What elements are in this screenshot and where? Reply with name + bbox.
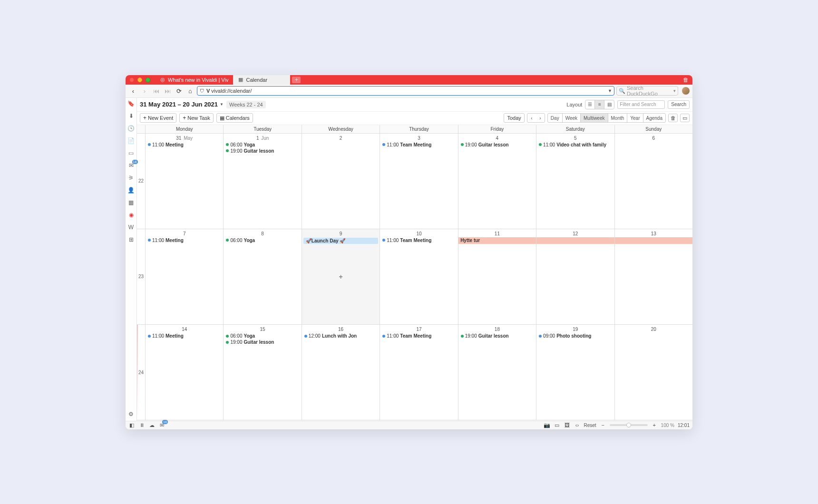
panel-toggle-icon[interactable]: ◧ bbox=[128, 422, 135, 428]
layout-minimal-button[interactable]: ☰ bbox=[585, 100, 595, 109]
day-cell[interactable]: 311:00 Team Meeting bbox=[380, 134, 458, 229]
calendar-event[interactable]: 11:00 Meeting bbox=[146, 237, 223, 243]
day-cell[interactable]: 806:00 Yoga bbox=[224, 229, 302, 325]
calendar-event[interactable]: 09:00 Photo shooting bbox=[536, 333, 614, 339]
zoom-reset-button[interactable]: Reset bbox=[584, 423, 596, 428]
prev-period-button[interactable]: ‹ bbox=[527, 114, 536, 122]
vivaldi-panel-icon[interactable]: ◉ bbox=[127, 211, 135, 219]
calendar-event[interactable]: 06:00 Yoga bbox=[224, 142, 301, 148]
tiling-icon[interactable]: ▭ bbox=[554, 422, 560, 428]
break-mode-icon[interactable]: ⏸ bbox=[138, 422, 145, 428]
delete-button[interactable]: 🗑 bbox=[668, 114, 678, 122]
wikipedia-panel-icon[interactable]: W bbox=[127, 223, 135, 231]
settings-icon[interactable]: ⚙ bbox=[127, 410, 135, 418]
calendar-event[interactable]: 11:00 Meeting bbox=[146, 333, 223, 339]
day-cell[interactable]: 31 May11:00 Meeting bbox=[146, 134, 224, 229]
close-window-button[interactable] bbox=[129, 78, 134, 82]
day-cell[interactable]: 1612:00 Lunch with Jon bbox=[302, 325, 380, 420]
view-month-button[interactable]: Month bbox=[608, 114, 628, 122]
day-cell[interactable]: 711:00 Meeting bbox=[146, 229, 224, 325]
calendar-event[interactable]: 19:00 Guitar lesson bbox=[458, 333, 536, 339]
minimize-window-button[interactable] bbox=[137, 78, 142, 82]
calendar-event[interactable]: 06:00 Yoga bbox=[224, 237, 301, 243]
day-cell[interactable]: 1411:00 Meeting bbox=[146, 325, 224, 420]
fullscreen-button[interactable]: ▭ bbox=[680, 114, 690, 122]
tab-whatsnew[interactable]: ◎ What's new in Vivaldi | Viv bbox=[155, 75, 233, 85]
calendars-button[interactable]: ▦Calendars bbox=[216, 113, 253, 123]
address-field[interactable]: ⛉ V ▼ bbox=[197, 86, 614, 96]
new-task-button[interactable]: +New Task bbox=[179, 113, 214, 123]
day-cell[interactable]: 1011:00 Team Meeting bbox=[380, 229, 458, 325]
zoom-slider[interactable] bbox=[610, 424, 648, 426]
tab-calendar[interactable]: ▦ Calendar bbox=[233, 75, 290, 85]
day-cell[interactable]: 1506:00 Yoga19:00 Guitar lesson bbox=[224, 325, 302, 420]
images-icon[interactable]: 🖼 bbox=[564, 422, 570, 428]
new-event-button[interactable]: +New Event bbox=[140, 113, 176, 123]
day-cell[interactable]: 9🚀Launch Day 🚀+ bbox=[302, 229, 380, 325]
calendar-panel-icon[interactable]: ▦ bbox=[127, 199, 135, 206]
calendar-event[interactable]: 06:00 Yoga bbox=[224, 333, 301, 339]
calendar-event[interactable]: 11:00 Team Meeting bbox=[380, 333, 458, 339]
search-field[interactable]: 🔍 Search DuckDuckGo ▾ bbox=[616, 86, 678, 96]
fastforward-button[interactable]: ⏭ bbox=[163, 86, 172, 96]
calendar-event[interactable]: 11:00 Team Meeting bbox=[380, 237, 458, 243]
clock[interactable]: 12:01 bbox=[678, 423, 690, 428]
address-dropdown-icon[interactable]: ▼ bbox=[608, 88, 612, 93]
feeds-panel-icon[interactable]: ⚞ bbox=[127, 174, 135, 182]
home-button[interactable]: ⌂ bbox=[185, 86, 195, 96]
zoom-in-button[interactable]: + bbox=[651, 422, 658, 428]
contacts-panel-icon[interactable]: 👤 bbox=[127, 186, 135, 194]
calendar-event[interactable]: 11:00 Meeting bbox=[146, 142, 223, 148]
mail-status-icon[interactable]: ✉18 bbox=[158, 422, 165, 428]
calendar-event[interactable]: 19:00 Guitar lesson bbox=[224, 148, 301, 154]
calendar-event[interactable]: 19:00 Guitar lesson bbox=[224, 339, 301, 345]
add-panel-icon[interactable]: ⊞ bbox=[127, 236, 135, 243]
day-cell[interactable]: 13 bbox=[615, 229, 692, 325]
reload-button[interactable]: ⟳ bbox=[174, 86, 184, 96]
add-event-button[interactable]: + bbox=[339, 273, 342, 281]
day-cell[interactable]: 2 bbox=[302, 134, 380, 229]
day-cell[interactable]: 419:00 Guitar lesson bbox=[458, 134, 536, 229]
zoom-thumb[interactable] bbox=[626, 423, 631, 427]
calendar-event[interactable]: 12:00 Lunch with Jon bbox=[302, 333, 380, 339]
allday-event[interactable]: 🚀Launch Day 🚀 bbox=[303, 238, 378, 244]
view-day-button[interactable]: Day bbox=[548, 114, 563, 122]
day-cell[interactable]: 1909:00 Photo shooting bbox=[536, 325, 614, 420]
window-panel-icon[interactable]: ▭ bbox=[127, 149, 135, 157]
closed-tabs-button[interactable]: 🗑 bbox=[683, 77, 689, 83]
day-cell[interactable]: 511:00 Video chat with family bbox=[536, 134, 614, 229]
zoom-out-button[interactable]: − bbox=[600, 422, 606, 428]
site-info-icon[interactable]: V bbox=[206, 88, 210, 94]
view-multiweek-button[interactable]: Multiweek bbox=[581, 114, 608, 122]
day-cell[interactable]: 1711:00 Team Meeting bbox=[380, 325, 458, 420]
day-cell[interactable]: 12 bbox=[536, 229, 614, 325]
date-range-selector[interactable]: 31 May 2021 – 20 Jun 2021 ▼ bbox=[140, 101, 224, 108]
layout-full-button[interactable]: ≡ bbox=[595, 100, 604, 109]
filter-input[interactable]: Filter and Search bbox=[617, 100, 665, 109]
day-cell[interactable]: 1 Jun06:00 Yoga19:00 Guitar lesson bbox=[224, 134, 302, 229]
calendar-event[interactable]: 11:00 Video chat with family bbox=[536, 142, 614, 148]
calendar-search-button[interactable]: Search bbox=[668, 100, 690, 109]
url-input[interactable] bbox=[211, 88, 606, 94]
maximize-window-button[interactable] bbox=[146, 78, 150, 82]
next-period-button[interactable]: › bbox=[536, 114, 545, 122]
history-panel-icon[interactable]: 🕓 bbox=[127, 125, 135, 132]
mail-panel-icon[interactable]: ✉18 bbox=[127, 162, 135, 169]
rewind-button[interactable]: ⏮ bbox=[151, 86, 161, 96]
bookmarks-panel-icon[interactable]: 🔖 bbox=[127, 100, 135, 107]
calendar-event[interactable]: 11:00 Team Meeting bbox=[380, 142, 458, 148]
day-cell[interactable]: 11 bbox=[458, 229, 536, 325]
day-cell[interactable]: 20 bbox=[615, 325, 692, 420]
new-tab-button[interactable]: + bbox=[292, 77, 301, 83]
notes-panel-icon[interactable]: 📄 bbox=[127, 137, 135, 145]
shield-icon[interactable]: ⛉ bbox=[199, 88, 205, 94]
forward-button[interactable]: › bbox=[140, 86, 149, 96]
day-cell[interactable]: 1819:00 Guitar lesson bbox=[458, 325, 536, 420]
profile-avatar[interactable] bbox=[682, 87, 690, 95]
day-cell[interactable]: 6 bbox=[615, 134, 692, 229]
search-engine-dropdown-icon[interactable]: ▾ bbox=[673, 88, 676, 93]
today-button[interactable]: Today bbox=[504, 113, 524, 123]
sync-icon[interactable]: ☁ bbox=[148, 422, 155, 428]
view-week-button[interactable]: Week bbox=[563, 114, 581, 122]
downloads-panel-icon[interactable]: ⬇ bbox=[127, 112, 135, 120]
